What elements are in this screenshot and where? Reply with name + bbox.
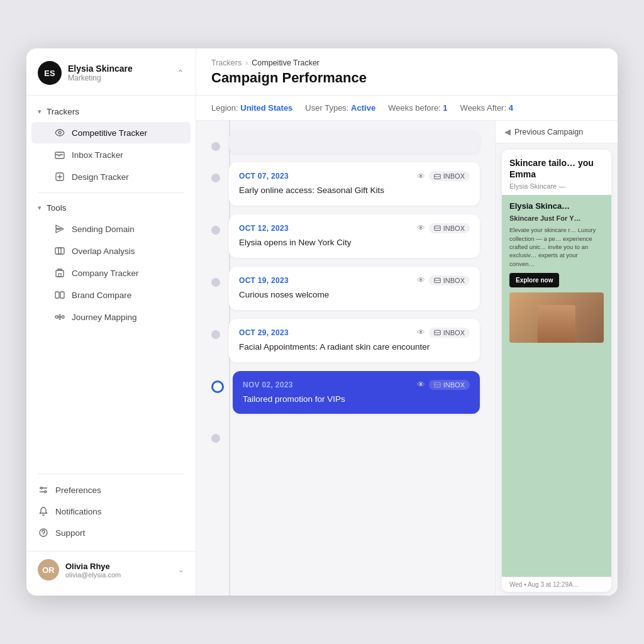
timeline-date-3: OCT 29, 2023 <box>239 328 289 337</box>
main-header: Trackers › Compeitive Tracker Campaign P… <box>196 48 618 96</box>
main-content: Trackers › Compeitive Tracker Campaign P… <box>196 48 618 596</box>
eye-badge-icon-0: 👁 <box>417 172 425 181</box>
svg-rect-7 <box>55 292 59 298</box>
svg-point-9 <box>55 316 58 318</box>
timeline-card-header-0: OCT 07, 2023 👁 INBOX <box>239 171 470 181</box>
overlap-analysis-label: Overlap Analysis <box>72 247 135 256</box>
timeline-card-header-3: OCT 29, 2023 👁 INBOX <box>239 328 470 338</box>
timeline-card-header-4: NOV 02, 2023 👁 INBOX <box>243 380 470 390</box>
prev-campaign-label: Previous Campaign <box>514 128 583 136</box>
timeline-badges-2: 👁 INBOX <box>417 275 470 286</box>
legion-label: Legion: <box>211 103 238 113</box>
sidebar-item-design-tracker[interactable]: Design Tracker <box>31 166 191 187</box>
timeline-item-1[interactable]: OCT 12, 2023 👁 INBOX Elysia opens in New… <box>211 214 480 258</box>
timeline-item-2[interactable]: OCT 19, 2023 👁 INBOX Curious noses welco… <box>211 267 480 310</box>
timeline-subject-1: Elysia opens in New York City <box>239 237 470 249</box>
filter-bar: Legion: United States User Types: Active… <box>196 96 618 121</box>
support-label: Support <box>55 528 85 538</box>
tools-label: Tools <box>47 203 67 213</box>
timeline-dot <box>211 142 220 151</box>
timeline-badges-3: 👁 INBOX <box>417 328 470 338</box>
eye-icon <box>54 127 65 138</box>
prev-campaign-button[interactable]: ◀ Previous Campaign <box>496 121 618 143</box>
timeline-card-header-1: OCT 12, 2023 👁 INBOX <box>239 223 470 233</box>
brand-name: Elysia Skincare <box>68 64 170 74</box>
sidebar-item-notifications[interactable]: Notifications <box>26 501 196 522</box>
email-cta-button[interactable]: Explore now <box>509 273 559 287</box>
breadcrumb-root[interactable]: Trackers <box>211 58 242 67</box>
timeline-card-3[interactable]: OCT 29, 2023 👁 INBOX Facial Appointments… <box>229 319 480 362</box>
sidebar-item-journey-mapping[interactable]: Journey Mapping <box>31 306 191 328</box>
timeline-card-0[interactable]: OCT 07, 2023 👁 INBOX Early online access… <box>229 162 480 206</box>
sidebar-item-overlap-analysis[interactable]: Overlap Analysis <box>31 240 191 262</box>
legion-filter[interactable]: Legion: United States <box>211 103 292 113</box>
email-preview-image-inner <box>538 305 575 343</box>
svg-point-15 <box>43 535 43 535</box>
user-row[interactable]: OR Olivia Rhye olivia@elysia.com ⌄ <box>26 551 196 586</box>
timeline-subject-3: Facial Appointments: A radiant skin care… <box>239 341 470 353</box>
sidebar: ES Elysia Skincare Marketing ⌃ ▾ Tracker… <box>26 48 196 596</box>
timeline-panel: OCT 07, 2023 👁 INBOX Early online access… <box>196 121 495 596</box>
competitive-tracker-label: Competitive Tracker <box>72 128 147 138</box>
email-preview-title: Skincare tailo… you Emma <box>509 157 604 180</box>
user-types-filter[interactable]: User Types: Active <box>305 103 375 113</box>
send-icon <box>54 223 65 235</box>
tools-section-header[interactable]: ▾ Tools <box>26 198 196 218</box>
bell-icon <box>38 506 49 517</box>
sidebar-nav: ▾ Trackers Competitive Tracker <box>26 96 196 464</box>
inbox-badge-0: INBOX <box>429 171 470 181</box>
timeline-item-4[interactable]: NOV 02, 2023 👁 INBOX Tailored promotion … <box>211 371 480 414</box>
sidebar-item-sending-domain[interactable]: Sending Domain <box>31 218 191 240</box>
sending-domain-label: Sending Domain <box>72 225 135 234</box>
design-icon <box>54 171 65 182</box>
email-preview-body: Elysia Skinca… Skincare Just For Y… Elev… <box>502 195 611 577</box>
brand-compare-label: Brand Compare <box>72 291 131 300</box>
email-preview-image <box>509 292 604 343</box>
trackers-chevron-icon: ▾ <box>38 108 42 116</box>
timeline-dot-bottom <box>211 434 220 443</box>
notifications-label: Notifications <box>55 507 102 516</box>
eye-badge-icon-3: 👁 <box>417 328 425 337</box>
timeline-card-4-highlighted[interactable]: NOV 02, 2023 👁 INBOX Tailored promotion … <box>233 371 480 414</box>
sidebar-item-brand-compare[interactable]: Brand Compare <box>31 284 191 306</box>
timeline-dot-2 <box>211 278 220 287</box>
inbox-badge-2: INBOX <box>429 275 470 286</box>
timeline-card-2[interactable]: OCT 19, 2023 👁 INBOX Curious noses welco… <box>229 267 480 310</box>
journey-icon <box>54 311 65 323</box>
weeks-after-filter[interactable]: Weeks After: 4 <box>460 103 513 113</box>
timeline-badges-1: 👁 INBOX <box>417 223 470 233</box>
circle-help-icon <box>38 527 49 538</box>
brand-header[interactable]: ES Elysia Skincare Marketing ⌃ <box>26 48 196 96</box>
timeline-subject-0: Early online access: Seasonal Gift Kits <box>239 185 470 197</box>
sidebar-item-preferences[interactable]: Preferences <box>26 479 196 501</box>
timeline-card-placeholder[interactable] <box>229 131 480 153</box>
timeline-date-1: OCT 12, 2023 <box>239 224 289 233</box>
eye-badge-icon-2: 👁 <box>417 275 425 285</box>
timeline-card-1[interactable]: OCT 12, 2023 👁 INBOX Elysia opens in New… <box>229 214 480 258</box>
weeks-before-filter[interactable]: Weeks before: 1 <box>388 103 447 113</box>
sliders-icon <box>38 484 49 496</box>
sidebar-item-support[interactable]: Support <box>26 522 196 543</box>
prev-campaign-arrow-icon: ◀ <box>504 127 511 136</box>
sidebar-item-company-tracker[interactable]: Company Tracker <box>31 262 191 284</box>
inbox-badge-4: INBOX <box>429 380 470 390</box>
sidebar-item-inbox-tracker[interactable]: Inbox Tracker <box>31 144 191 165</box>
timeline-item-placeholder <box>211 131 480 153</box>
email-preview-header: Skincare tailo… you Emma Elysia Skincare… <box>502 150 611 195</box>
timeline-item-3[interactable]: OCT 29, 2023 👁 INBOX Facial Appointments… <box>211 319 480 362</box>
email-preview-description: Elevate your skincare r… Luxury collecti… <box>509 226 604 267</box>
timeline-item-0[interactable]: OCT 07, 2023 👁 INBOX Early online access… <box>211 162 480 206</box>
trackers-section-header[interactable]: ▾ Trackers <box>26 102 196 121</box>
journey-mapping-label: Journey Mapping <box>72 313 137 322</box>
breadcrumb-separator: › <box>245 58 248 67</box>
inbox-tracker-label: Inbox Tracker <box>72 150 123 160</box>
sidebar-bottom: Preferences Notifications <box>26 464 196 548</box>
timeline-dot-4-active <box>211 380 224 393</box>
svg-point-10 <box>62 316 64 318</box>
breadcrumb-current: Compeitive Tracker <box>252 58 319 67</box>
eye-badge-icon-4: 👁 <box>417 380 425 389</box>
email-preview-card[interactable]: Skincare tailo… you Emma Elysia Skincare… <box>502 150 611 592</box>
sidebar-item-competitive-tracker[interactable]: Competitive Tracker <box>31 122 191 143</box>
user-info: Olivia Rhye olivia@elysia.com <box>65 562 172 579</box>
email-preview-brand-name: Elysia Skinca… <box>509 201 604 211</box>
